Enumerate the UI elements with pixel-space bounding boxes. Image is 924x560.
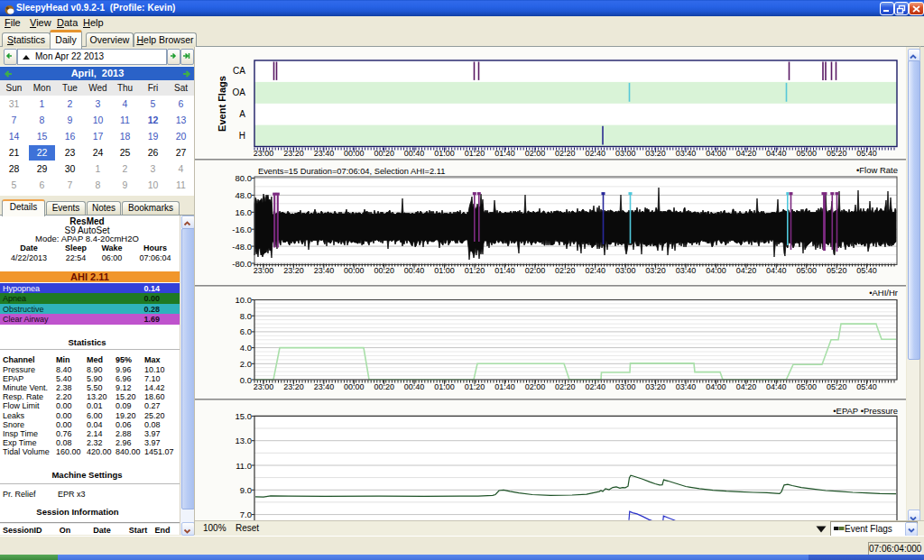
svg-text:01:40: 01:40 [494, 149, 515, 158]
svg-text:04:00: 04:00 [706, 382, 726, 391]
svg-text:05:00: 05:00 [796, 266, 817, 275]
svg-text:23:40: 23:40 [314, 149, 335, 158]
svg-text:02:20: 02:20 [555, 382, 576, 391]
svg-text:01:00: 01:00 [434, 382, 455, 391]
svg-text:01:20: 01:20 [465, 266, 485, 275]
svg-text:CA: CA [233, 66, 245, 76]
svg-text:04:00: 04:00 [706, 149, 726, 158]
svg-text:03:00: 03:00 [615, 266, 636, 275]
svg-text:•AHI/Hr: •AHI/Hr [869, 288, 898, 298]
svg-text:48.0: 48.0 [236, 190, 253, 200]
svg-text:A: A [239, 109, 245, 119]
svg-text:4.0: 4.0 [240, 343, 252, 353]
svg-text:16.0: 16.0 [236, 207, 253, 217]
svg-text:6.0: 6.0 [240, 326, 252, 336]
svg-text:Event Flags: Event Flags [217, 76, 227, 132]
svg-text:7.0: 7.0 [240, 510, 252, 519]
svg-text:03:20: 03:20 [645, 266, 666, 275]
svg-text:04:20: 04:20 [736, 149, 757, 158]
svg-text:02:00: 02:00 [525, 149, 546, 158]
svg-text:05:40: 05:40 [856, 266, 877, 275]
svg-text:8.0: 8.0 [240, 311, 252, 321]
svg-text:03:40: 03:40 [676, 266, 697, 275]
svg-text:00:40: 00:40 [404, 266, 425, 275]
svg-text:01:00: 01:00 [434, 266, 455, 275]
svg-text:01:20: 01:20 [465, 382, 485, 391]
svg-text:03:40: 03:40 [676, 382, 697, 391]
svg-text:03:00: 03:00 [615, 149, 636, 158]
svg-text:05:40: 05:40 [856, 382, 877, 391]
svg-text:•EPAP •Pressure: •EPAP •Pressure [833, 406, 898, 416]
svg-text:05:40: 05:40 [856, 149, 877, 158]
svg-text:23:40: 23:40 [314, 266, 335, 275]
svg-text:00:20: 00:20 [374, 266, 394, 275]
svg-text:23:00: 23:00 [254, 382, 274, 391]
svg-text:03:20: 03:20 [645, 382, 666, 391]
svg-text:23:20: 23:20 [283, 266, 304, 275]
svg-text:03:00: 03:00 [615, 382, 636, 391]
svg-text:-16.0: -16.0 [232, 225, 252, 234]
svg-text:00:20: 00:20 [374, 382, 394, 391]
svg-text:9.0: 9.0 [240, 485, 252, 495]
svg-text:00:00: 00:00 [344, 382, 365, 391]
svg-text:OA: OA [233, 87, 246, 97]
svg-text:04:40: 04:40 [766, 266, 787, 275]
svg-text:03:40: 03:40 [676, 149, 697, 158]
svg-text:05:20: 05:20 [827, 382, 847, 391]
svg-text:04:40: 04:40 [766, 149, 787, 158]
svg-text:00:40: 00:40 [404, 149, 425, 158]
svg-text:00:00: 00:00 [344, 266, 365, 275]
svg-text:01:40: 01:40 [494, 382, 515, 391]
svg-text:04:20: 04:20 [736, 266, 757, 275]
svg-text:04:40: 04:40 [766, 382, 787, 391]
svg-text:Events=15 Duration=07:06:04, S: Events=15 Duration=07:06:04, Selection A… [258, 167, 445, 176]
svg-text:00:20: 00:20 [374, 149, 394, 158]
svg-text:05:00: 05:00 [796, 382, 817, 391]
svg-text:23:00: 23:00 [254, 149, 274, 158]
svg-text:01:20: 01:20 [465, 149, 485, 158]
svg-text:02:20: 02:20 [555, 149, 576, 158]
svg-text:H: H [239, 131, 245, 141]
svg-text:05:00: 05:00 [796, 149, 817, 158]
svg-text:02:00: 02:00 [525, 382, 546, 391]
svg-text:02:40: 02:40 [585, 382, 605, 391]
svg-text:10.0: 10.0 [236, 295, 253, 305]
svg-text:00:40: 00:40 [404, 382, 425, 391]
svg-text:02:40: 02:40 [585, 266, 605, 275]
svg-text:23:40: 23:40 [314, 382, 335, 391]
svg-text:23:20: 23:20 [283, 149, 304, 158]
svg-text:13.0: 13.0 [236, 436, 253, 445]
svg-text:05:20: 05:20 [827, 266, 847, 275]
svg-text:-48.0: -48.0 [232, 242, 252, 252]
svg-text:02:20: 02:20 [555, 266, 576, 275]
svg-text:0.0: 0.0 [240, 375, 252, 385]
svg-text:03:20: 03:20 [645, 149, 666, 158]
svg-text:04:00: 04:00 [706, 266, 726, 275]
svg-text:15.0: 15.0 [236, 411, 253, 421]
svg-text:23:20: 23:20 [283, 382, 304, 391]
svg-text:02:40: 02:40 [585, 149, 605, 158]
svg-text:80.0: 80.0 [236, 173, 253, 183]
svg-text:01:40: 01:40 [494, 266, 515, 275]
svg-text:2.0: 2.0 [240, 359, 252, 369]
svg-text:05:20: 05:20 [827, 149, 847, 158]
svg-text:•Flow Rate: •Flow Rate [856, 165, 898, 175]
svg-text:23:00: 23:00 [254, 266, 274, 275]
svg-text:11.0: 11.0 [236, 461, 252, 471]
svg-text:-80.0: -80.0 [232, 259, 252, 269]
svg-text:00:00: 00:00 [344, 149, 365, 158]
svg-text:02:00: 02:00 [525, 266, 546, 275]
svg-text:01:00: 01:00 [434, 149, 455, 158]
svg-text:04:20: 04:20 [736, 382, 757, 391]
